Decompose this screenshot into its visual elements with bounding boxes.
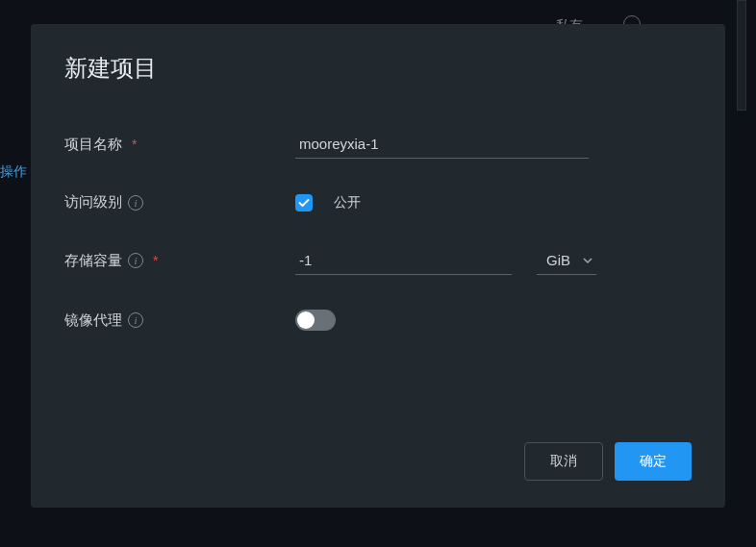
label-project-name: 项目名称 xyxy=(64,136,122,154)
info-icon[interactable]: i xyxy=(128,312,143,328)
confirm-button[interactable]: 确定 xyxy=(615,442,692,481)
public-label: 公开 xyxy=(334,194,361,211)
bg-operation-text: 操作 xyxy=(0,163,27,181)
required-marker: * xyxy=(153,253,158,268)
info-icon[interactable]: i xyxy=(128,195,143,211)
unit-value: GiB xyxy=(546,252,570,268)
proxy-toggle[interactable] xyxy=(295,310,336,331)
chevron-down-icon xyxy=(583,256,592,265)
unit-select[interactable]: GiB xyxy=(537,246,596,275)
toggle-knob xyxy=(297,311,315,329)
field-project-name: 项目名称 * xyxy=(64,130,692,159)
bg-panel xyxy=(737,0,746,111)
cancel-button[interactable]: 取消 xyxy=(524,442,603,481)
storage-input[interactable] xyxy=(295,246,512,275)
field-access-level: 访问级别 i 公开 xyxy=(64,193,692,211)
modal-footer: 取消 确定 xyxy=(64,442,692,481)
label-storage: 存储容量 xyxy=(64,252,122,270)
public-checkbox[interactable] xyxy=(295,194,313,211)
field-storage: 存储容量 i * GiB xyxy=(64,246,692,275)
label-access-level: 访问级别 xyxy=(64,193,122,211)
check-icon xyxy=(298,197,310,209)
field-proxy: 镜像代理 i xyxy=(64,310,692,331)
required-marker: * xyxy=(132,137,137,152)
project-form: 项目名称 * 访问级别 i 公开 存储容量 i xyxy=(64,130,692,442)
new-project-modal: 新建项目 项目名称 * 访问级别 i 公开 xyxy=(31,24,725,508)
info-icon[interactable]: i xyxy=(128,253,143,268)
label-proxy: 镜像代理 xyxy=(64,311,122,330)
project-name-input[interactable] xyxy=(295,130,589,159)
modal-title: 新建项目 xyxy=(64,53,692,84)
